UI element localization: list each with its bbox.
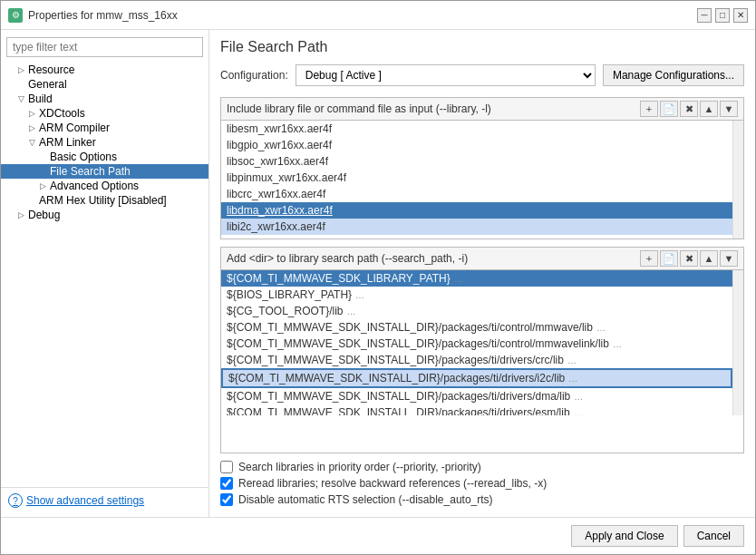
sidebar-item-arm-hex-utility[interactable]: ARM Hex Utility [Disabled] (1, 193, 208, 208)
sidebar-item-arm-compiler[interactable]: ▷ ARM Compiler (1, 121, 208, 135)
path-item[interactable]: ${COM_TI_MMWAVE_SDK_LIBRARY_PATH} … (221, 270, 732, 287)
list-item[interactable]: libsoc_xwr16xx.aer4f (221, 153, 732, 170)
window-icon: ⚙ (8, 8, 23, 23)
add-path-button[interactable]: + (640, 250, 658, 267)
show-advanced-link[interactable]: ? Show advanced settings (8, 493, 201, 508)
disable-rts-checkbox[interactable] (220, 493, 233, 506)
move-up-library-button[interactable]: ▲ (700, 101, 718, 117)
library-include-section: Include library file or command file as … (220, 97, 744, 239)
dots-icon: … (567, 355, 577, 365)
library-toolbar: + 📄 ✖ ▲ ▼ (640, 101, 738, 117)
library-section-label: Include library file or command file as … (227, 102, 491, 115)
path-item[interactable]: ${COM_TI_MMWAVE_SDK_INSTALL_DIR}/package… (221, 319, 732, 336)
left-bottom: ? Show advanced settings (1, 487, 208, 513)
titlebar-left: ⚙ Properties for mmw_mss_16xx (8, 8, 178, 23)
path-item[interactable]: ${COM_TI_MMWAVE_SDK_INSTALL_DIR}/package… (221, 388, 732, 404)
expand-icon (37, 151, 48, 162)
sidebar-item-xdctools[interactable]: ▷ XDCtools (1, 106, 208, 121)
disable-rts-label: Disable automatic RTS selection (--disab… (238, 493, 493, 506)
maximize-button[interactable]: □ (715, 8, 730, 23)
add-library-button[interactable]: + (640, 101, 658, 117)
manage-configurations-button[interactable]: Manage Configurations... (603, 64, 744, 86)
cancel-button[interactable]: Cancel (683, 525, 744, 547)
close-window-button[interactable]: ✕ (733, 8, 748, 23)
properties-window: ⚙ Properties for mmw_mss_16xx ─ □ ✕ ▷ Re… (0, 0, 756, 555)
expand-icon: ▷ (37, 180, 48, 191)
expand-icon: ▷ (15, 209, 26, 220)
add-file-path-button[interactable]: 📄 (660, 250, 678, 267)
expand-icon (26, 195, 37, 206)
library-list: libesm_xwr16xx.aer4f libgpio_xwr16xx.aer… (221, 121, 732, 239)
library-section-header: Include library file or command file as … (221, 98, 743, 121)
move-down-library-button[interactable]: ▼ (720, 101, 738, 117)
sidebar-item-general[interactable]: General (1, 77, 208, 92)
list-item[interactable]: libgpio_xwr16xx.aer4f (221, 137, 732, 153)
search-path-section-label: Add <dir> to library search path (--sear… (227, 252, 468, 265)
checkboxes-section: Search libraries in priority order (--pr… (220, 459, 744, 508)
list-item[interactable]: libcrc_xwr16xx.aer4f (221, 186, 732, 202)
sidebar-item-build[interactable]: ▽ Build (1, 92, 208, 106)
dots-icon: … (454, 274, 463, 284)
reread-label: Reread libraries; resolve backward refer… (238, 477, 547, 490)
move-down-path-button[interactable]: ▼ (720, 250, 738, 267)
expand-icon: ▽ (15, 93, 26, 104)
filter-input[interactable] (6, 37, 203, 57)
path-item[interactable]: ${COM_TI_MMWAVE_SDK_INSTALL_DIR}/package… (221, 368, 732, 388)
sidebar-item-file-search-path[interactable]: File Search Path (1, 164, 208, 179)
list-item[interactable]: libdma_xwr16xx.aer4f (221, 202, 732, 219)
config-label: Configuration: (220, 69, 288, 82)
reread-checkbox[interactable] (220, 477, 233, 490)
priority-checkbox[interactable] (220, 461, 233, 473)
delete-library-button[interactable]: ✖ (680, 101, 698, 117)
expand-icon: ▷ (15, 64, 26, 75)
library-scrollbar[interactable] (732, 121, 743, 239)
show-advanced-label: Show advanced settings (26, 494, 144, 507)
search-path-list-wrapper: ${COM_TI_MMWAVE_SDK_LIBRARY_PATH} … ${BI… (221, 270, 743, 415)
move-up-path-button[interactable]: ▲ (700, 250, 718, 267)
titlebar-controls: ─ □ ✕ (697, 8, 748, 23)
delete-path-button[interactable]: ✖ (680, 250, 698, 267)
search-path-toolbar: + 📄 ✖ ▲ ▼ (640, 250, 738, 267)
dots-icon: … (596, 323, 606, 333)
dots-icon: … (568, 374, 577, 384)
path-item[interactable]: ${BIOS_LIBRARY_PATH} … (221, 287, 732, 303)
search-path-list: ${COM_TI_MMWAVE_SDK_LIBRARY_PATH} … ${BI… (221, 270, 732, 415)
search-path-section: Add <dir> to library search path (--sear… (220, 247, 744, 453)
list-item[interactable]: libpinmux_xwr16xx.aer4f (221, 170, 732, 186)
search-path-scrollbar[interactable] (732, 270, 743, 415)
dots-icon: … (613, 339, 622, 349)
config-select[interactable]: Debug [ Active ] (296, 64, 596, 86)
checkbox-disable-rts: Disable automatic RTS selection (--disab… (220, 492, 744, 508)
sidebar-item-resource[interactable]: ▷ Resource (1, 63, 208, 77)
bottom-bar: Apply and Close Cancel (1, 517, 755, 554)
window-title: Properties for mmw_mss_16xx (28, 9, 178, 22)
library-list-wrapper: libesm_xwr16xx.aer4f libgpio_xwr16xx.aer… (221, 121, 743, 239)
sidebar-item-debug[interactable]: ▷ Debug (1, 208, 208, 222)
list-item[interactable]: libesm_xwr16xx.aer4f (221, 121, 732, 137)
tree: ▷ Resource General ▽ Build ▷ XDCtools (1, 61, 208, 487)
checkbox-priority: Search libraries in priority order (--pr… (220, 459, 744, 475)
sidebar-item-basic-options[interactable]: Basic Options (1, 150, 208, 164)
dots-icon: … (574, 408, 583, 416)
list-item[interactable]: libi2c_xwr16xx.aer4f (221, 219, 732, 235)
apply-and-close-button[interactable]: Apply and Close (571, 525, 677, 547)
dots-icon: … (355, 290, 364, 300)
path-item[interactable]: ${COM_TI_MMWAVE_SDK_INSTALL_DIR}/package… (221, 336, 732, 352)
expand-icon: ▷ (26, 122, 37, 133)
path-item[interactable]: ${CG_TOOL_ROOT}/lib … (221, 303, 732, 319)
expand-icon (37, 166, 48, 177)
dots-icon: … (347, 307, 356, 316)
path-item[interactable]: ${COM_TI_MMWAVE_SDK_INSTALL_DIR}/package… (221, 404, 732, 415)
config-row: Configuration: Debug [ Active ] Manage C… (220, 64, 744, 86)
titlebar: ⚙ Properties for mmw_mss_16xx ─ □ ✕ (1, 1, 755, 30)
search-path-section-header: Add <dir> to library search path (--sear… (221, 248, 743, 270)
sidebar-item-advanced-options[interactable]: ▷ Advanced Options (1, 179, 208, 193)
minimize-button[interactable]: ─ (697, 8, 712, 23)
add-file-library-button[interactable]: 📄 (660, 101, 678, 117)
left-panel: ▷ Resource General ▽ Build ▷ XDCtools (1, 30, 209, 517)
path-item[interactable]: ${COM_TI_MMWAVE_SDK_INSTALL_DIR}/package… (221, 352, 732, 368)
checkbox-reread: Reread libraries; resolve backward refer… (220, 475, 744, 492)
sidebar-item-arm-linker[interactable]: ▽ ARM Linker (1, 135, 208, 150)
list-item[interactable]: libuart_xwr16xx.aer4f (221, 235, 732, 239)
dots-icon: … (574, 392, 583, 402)
